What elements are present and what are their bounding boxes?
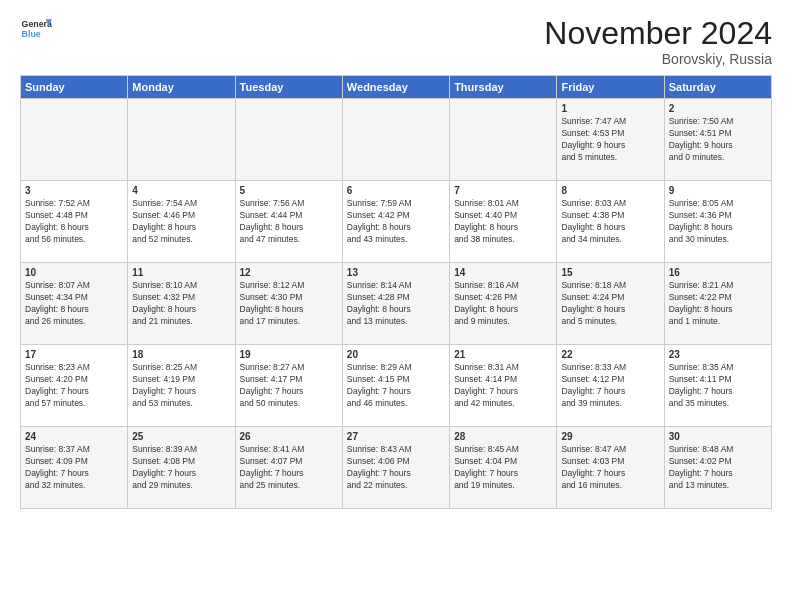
col-monday: Monday (128, 76, 235, 99)
day-number: 6 (347, 185, 445, 196)
day-info: Sunrise: 8:43 AM Sunset: 4:06 PM Dayligh… (347, 444, 445, 492)
day-number: 4 (132, 185, 230, 196)
calendar-cell: 8Sunrise: 8:03 AM Sunset: 4:38 PM Daylig… (557, 181, 664, 263)
day-number: 14 (454, 267, 552, 278)
day-info: Sunrise: 7:50 AM Sunset: 4:51 PM Dayligh… (669, 116, 767, 164)
logo: General Blue (20, 16, 56, 44)
calendar-cell: 23Sunrise: 8:35 AM Sunset: 4:11 PM Dayli… (664, 345, 771, 427)
day-number: 27 (347, 431, 445, 442)
calendar-cell: 3Sunrise: 7:52 AM Sunset: 4:48 PM Daylig… (21, 181, 128, 263)
day-number: 28 (454, 431, 552, 442)
day-info: Sunrise: 8:45 AM Sunset: 4:04 PM Dayligh… (454, 444, 552, 492)
day-number: 18 (132, 349, 230, 360)
day-info: Sunrise: 8:29 AM Sunset: 4:15 PM Dayligh… (347, 362, 445, 410)
calendar-cell: 24Sunrise: 8:37 AM Sunset: 4:09 PM Dayli… (21, 427, 128, 509)
day-info: Sunrise: 8:41 AM Sunset: 4:07 PM Dayligh… (240, 444, 338, 492)
day-number: 29 (561, 431, 659, 442)
day-number: 2 (669, 103, 767, 114)
calendar-cell: 15Sunrise: 8:18 AM Sunset: 4:24 PM Dayli… (557, 263, 664, 345)
month-title: November 2024 (544, 16, 772, 51)
calendar-cell (235, 99, 342, 181)
col-wednesday: Wednesday (342, 76, 449, 99)
day-number: 3 (25, 185, 123, 196)
title-block: November 2024 Borovskiy, Russia (544, 16, 772, 67)
calendar-cell: 30Sunrise: 8:48 AM Sunset: 4:02 PM Dayli… (664, 427, 771, 509)
day-number: 15 (561, 267, 659, 278)
calendar-cell: 4Sunrise: 7:54 AM Sunset: 4:46 PM Daylig… (128, 181, 235, 263)
day-number: 10 (25, 267, 123, 278)
day-number: 1 (561, 103, 659, 114)
calendar-cell: 19Sunrise: 8:27 AM Sunset: 4:17 PM Dayli… (235, 345, 342, 427)
day-info: Sunrise: 8:05 AM Sunset: 4:36 PM Dayligh… (669, 198, 767, 246)
day-info: Sunrise: 7:54 AM Sunset: 4:46 PM Dayligh… (132, 198, 230, 246)
calendar-cell: 16Sunrise: 8:21 AM Sunset: 4:22 PM Dayli… (664, 263, 771, 345)
day-info: Sunrise: 8:23 AM Sunset: 4:20 PM Dayligh… (25, 362, 123, 410)
calendar-cell: 13Sunrise: 8:14 AM Sunset: 4:28 PM Dayli… (342, 263, 449, 345)
calendar-cell (21, 99, 128, 181)
day-number: 16 (669, 267, 767, 278)
calendar-cell: 1Sunrise: 7:47 AM Sunset: 4:53 PM Daylig… (557, 99, 664, 181)
day-number: 11 (132, 267, 230, 278)
logo-icon: General Blue (20, 16, 52, 44)
calendar-table: Sunday Monday Tuesday Wednesday Thursday… (20, 75, 772, 509)
day-number: 19 (240, 349, 338, 360)
calendar-cell: 6Sunrise: 7:59 AM Sunset: 4:42 PM Daylig… (342, 181, 449, 263)
day-number: 26 (240, 431, 338, 442)
calendar-cell: 10Sunrise: 8:07 AM Sunset: 4:34 PM Dayli… (21, 263, 128, 345)
day-info: Sunrise: 8:31 AM Sunset: 4:14 PM Dayligh… (454, 362, 552, 410)
day-number: 13 (347, 267, 445, 278)
calendar-cell: 18Sunrise: 8:25 AM Sunset: 4:19 PM Dayli… (128, 345, 235, 427)
calendar-cell: 27Sunrise: 8:43 AM Sunset: 4:06 PM Dayli… (342, 427, 449, 509)
calendar-cell: 17Sunrise: 8:23 AM Sunset: 4:20 PM Dayli… (21, 345, 128, 427)
day-number: 12 (240, 267, 338, 278)
calendar-cell: 2Sunrise: 7:50 AM Sunset: 4:51 PM Daylig… (664, 99, 771, 181)
day-number: 8 (561, 185, 659, 196)
day-info: Sunrise: 7:47 AM Sunset: 4:53 PM Dayligh… (561, 116, 659, 164)
day-info: Sunrise: 8:27 AM Sunset: 4:17 PM Dayligh… (240, 362, 338, 410)
day-number: 22 (561, 349, 659, 360)
day-number: 17 (25, 349, 123, 360)
col-sunday: Sunday (21, 76, 128, 99)
day-info: Sunrise: 8:25 AM Sunset: 4:19 PM Dayligh… (132, 362, 230, 410)
calendar-cell: 7Sunrise: 8:01 AM Sunset: 4:40 PM Daylig… (450, 181, 557, 263)
day-info: Sunrise: 8:14 AM Sunset: 4:28 PM Dayligh… (347, 280, 445, 328)
day-info: Sunrise: 8:12 AM Sunset: 4:30 PM Dayligh… (240, 280, 338, 328)
day-info: Sunrise: 7:56 AM Sunset: 4:44 PM Dayligh… (240, 198, 338, 246)
day-info: Sunrise: 8:39 AM Sunset: 4:08 PM Dayligh… (132, 444, 230, 492)
location: Borovskiy, Russia (544, 51, 772, 67)
calendar-cell: 25Sunrise: 8:39 AM Sunset: 4:08 PM Dayli… (128, 427, 235, 509)
day-number: 25 (132, 431, 230, 442)
day-info: Sunrise: 8:48 AM Sunset: 4:02 PM Dayligh… (669, 444, 767, 492)
day-number: 24 (25, 431, 123, 442)
calendar-cell: 9Sunrise: 8:05 AM Sunset: 4:36 PM Daylig… (664, 181, 771, 263)
day-info: Sunrise: 8:33 AM Sunset: 4:12 PM Dayligh… (561, 362, 659, 410)
calendar-week-3: 10Sunrise: 8:07 AM Sunset: 4:34 PM Dayli… (21, 263, 772, 345)
day-number: 23 (669, 349, 767, 360)
svg-text:Blue: Blue (22, 29, 41, 39)
day-info: Sunrise: 8:01 AM Sunset: 4:40 PM Dayligh… (454, 198, 552, 246)
col-tuesday: Tuesday (235, 76, 342, 99)
calendar-week-2: 3Sunrise: 7:52 AM Sunset: 4:48 PM Daylig… (21, 181, 772, 263)
day-info: Sunrise: 8:37 AM Sunset: 4:09 PM Dayligh… (25, 444, 123, 492)
calendar-week-1: 1Sunrise: 7:47 AM Sunset: 4:53 PM Daylig… (21, 99, 772, 181)
calendar-cell (342, 99, 449, 181)
calendar-cell: 5Sunrise: 7:56 AM Sunset: 4:44 PM Daylig… (235, 181, 342, 263)
calendar-week-5: 24Sunrise: 8:37 AM Sunset: 4:09 PM Dayli… (21, 427, 772, 509)
calendar-cell: 29Sunrise: 8:47 AM Sunset: 4:03 PM Dayli… (557, 427, 664, 509)
day-info: Sunrise: 8:18 AM Sunset: 4:24 PM Dayligh… (561, 280, 659, 328)
header-row: Sunday Monday Tuesday Wednesday Thursday… (21, 76, 772, 99)
day-number: 7 (454, 185, 552, 196)
day-info: Sunrise: 8:35 AM Sunset: 4:11 PM Dayligh… (669, 362, 767, 410)
col-friday: Friday (557, 76, 664, 99)
calendar-cell: 22Sunrise: 8:33 AM Sunset: 4:12 PM Dayli… (557, 345, 664, 427)
day-number: 21 (454, 349, 552, 360)
header: General Blue November 2024 Borovskiy, Ru… (20, 16, 772, 67)
calendar-cell: 20Sunrise: 8:29 AM Sunset: 4:15 PM Dayli… (342, 345, 449, 427)
day-info: Sunrise: 8:47 AM Sunset: 4:03 PM Dayligh… (561, 444, 659, 492)
col-thursday: Thursday (450, 76, 557, 99)
calendar-cell: 26Sunrise: 8:41 AM Sunset: 4:07 PM Dayli… (235, 427, 342, 509)
calendar-cell: 21Sunrise: 8:31 AM Sunset: 4:14 PM Dayli… (450, 345, 557, 427)
day-info: Sunrise: 8:10 AM Sunset: 4:32 PM Dayligh… (132, 280, 230, 328)
calendar-week-4: 17Sunrise: 8:23 AM Sunset: 4:20 PM Dayli… (21, 345, 772, 427)
calendar-cell (450, 99, 557, 181)
